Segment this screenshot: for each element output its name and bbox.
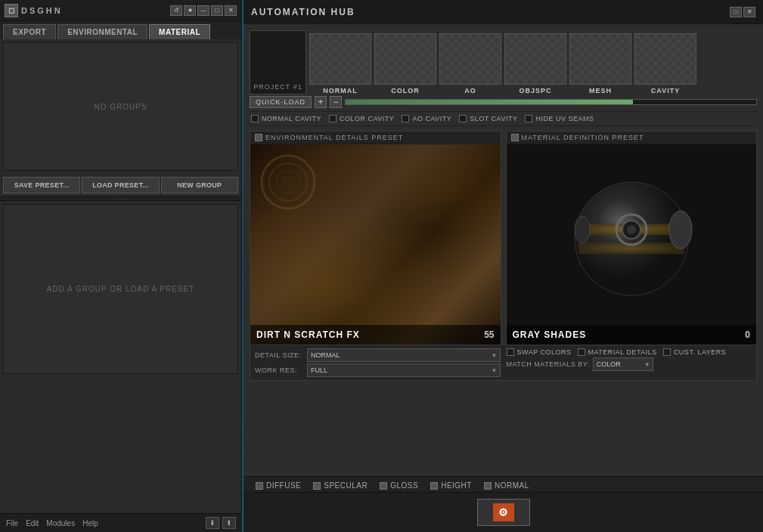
mat-preview-container[interactable]: GRAY SHADES 0	[507, 144, 757, 345]
ao-cavity-label: AO CAVITY	[412, 115, 451, 122]
mat-preview-number: 0	[745, 329, 750, 340]
upload-icon[interactable]: ⬆	[222, 517, 236, 529]
cust-layers-checkbox[interactable]	[663, 348, 671, 356]
env-panel: ENVIRONMENTAL DETAILS PRESET DIR	[250, 131, 501, 345]
color-cavity-label: COLOR CAVITY	[340, 115, 394, 122]
menu-modules[interactable]: Modules	[46, 519, 75, 527]
env-preview-footer: DIRT N SCRATCH FX 55	[250, 325, 501, 345]
mat-sphere-container	[571, 178, 692, 299]
mat-sphere-svg	[563, 171, 699, 307]
normal-checkbox[interactable]	[484, 482, 492, 490]
quickload-button[interactable]: QUICK-LOAD	[250, 96, 312, 108]
logo-button[interactable]: ⚙	[477, 499, 530, 526]
map-cavity[interactable]: CAVITY	[634, 33, 696, 94]
material-details-label: MATERIAL DETAILS	[588, 348, 657, 356]
mat-panel-checkbox[interactable]	[511, 134, 519, 141]
menu-edit[interactable]: Edit	[26, 519, 39, 527]
map-mesh[interactable]: MESH	[569, 33, 631, 94]
cust-layers-check[interactable]: CUST. LAYERS	[663, 348, 726, 356]
ao-cavity-check[interactable]: AO CAVITY	[402, 115, 451, 122]
tab-material[interactable]: MATERIAL	[149, 24, 210, 39]
normal-cavity-checkbox[interactable]	[251, 115, 259, 122]
normal-check[interactable]: NORMAL	[484, 481, 529, 490]
material-details-checkbox[interactable]	[578, 348, 585, 356]
specular-checkbox[interactable]	[313, 482, 321, 490]
env-preview-number: 55	[484, 329, 494, 340]
gloss-checkbox[interactable]	[380, 482, 387, 490]
rotate-icon[interactable]: ↺	[170, 5, 182, 16]
left-panel: ◻ D S G H N ↺ ★ — □ ✕ EXPORT ENVIRONMENT…	[0, 0, 242, 532]
map-color[interactable]: COLOR	[374, 33, 436, 94]
tab-export[interactable]: EXPORT	[3, 24, 56, 39]
work-res-select[interactable]: FULL HALF QUARTER	[307, 363, 501, 377]
detail-size-select-wrapper: NORMAL HIGH LOW ▼	[307, 348, 501, 362]
normal-cavity-label: NORMAL CAVITY	[262, 115, 321, 122]
slot-cavity-checkbox[interactable]	[459, 115, 467, 122]
match-select-wrapper: COLOR NAME ID ▼	[593, 357, 653, 371]
color-cavity-check[interactable]: COLOR CAVITY	[329, 115, 394, 122]
save-preset-button[interactable]: SAVE PRESET...	[3, 177, 80, 193]
quickload-row: QUICK-LOAD + −	[250, 96, 757, 108]
svg-point-9	[627, 225, 636, 234]
mat-preview-label: GRAY SHADES	[513, 329, 587, 340]
normal-channel-label: NORMAL	[495, 481, 529, 490]
swap-colors-check[interactable]: SWAP COLORS	[507, 348, 572, 356]
env-preview-container[interactable]: DIRT N SCRATCH FX 55	[250, 144, 501, 345]
swap-colors-label: SWAP COLORS	[517, 348, 572, 356]
normal-cavity-check[interactable]: NORMAL CAVITY	[251, 115, 321, 122]
main-maximize-button[interactable]: □	[730, 7, 742, 17]
map-objspc[interactable]: OBJSPC	[504, 33, 566, 94]
load-preset-button[interactable]: LOAD PRESET...	[82, 177, 159, 193]
detail-work-columns: DETAIL SIZE: NORMAL HIGH LOW ▼ WORK RES:	[255, 348, 752, 377]
quickload-remove-button[interactable]: −	[330, 96, 342, 108]
material-details-check[interactable]: MATERIAL DETAILS	[578, 348, 657, 356]
hide-uv-label: HIDE UV SEAMS	[535, 115, 594, 122]
maps-row: PROJECT #1 NORMAL COLOR AO	[250, 30, 757, 94]
specular-check[interactable]: SPECULAR	[313, 481, 368, 490]
star-icon[interactable]: ★	[184, 5, 196, 16]
menu-file[interactable]: File	[6, 519, 18, 527]
letter-h: H	[46, 6, 52, 15]
main-close-button[interactable]: ✕	[743, 7, 755, 17]
detail-size-select[interactable]: NORMAL HIGH LOW	[307, 348, 501, 362]
progress-bar-container	[345, 99, 757, 105]
project-label: PROJECT #1	[253, 83, 302, 91]
letter-n: N	[54, 6, 60, 15]
left-bottom-bar: File Edit Modules Help ⬇ ⬆	[0, 513, 242, 532]
height-check[interactable]: HEIGHT	[430, 481, 472, 490]
diffuse-checkbox[interactable]	[256, 482, 263, 490]
bottom-icons: ⬇ ⬆	[206, 517, 236, 529]
maximize-button[interactable]: □	[211, 5, 223, 16]
svg-point-3	[282, 176, 294, 188]
menu-help[interactable]: Help	[82, 519, 98, 527]
hide-uv-check[interactable]: HIDE UV SEAMS	[525, 115, 594, 122]
minimize-button[interactable]: —	[197, 5, 209, 16]
height-checkbox[interactable]	[430, 482, 438, 490]
slot-cavity-check[interactable]: SLOT CAVITY	[459, 115, 517, 122]
hide-uv-checkbox[interactable]	[525, 115, 532, 122]
env-panel-label: ENVIRONMENTAL DETAILS PRESET	[265, 134, 403, 141]
map-normal[interactable]: NORMAL	[309, 33, 371, 94]
tab-environmental[interactable]: ENVIRONMENTAL	[57, 24, 147, 39]
groups-section: NO GROUPS	[3, 42, 238, 171]
ao-cavity-checkbox[interactable]	[402, 115, 409, 122]
close-button[interactable]: ✕	[225, 5, 237, 16]
env-panel-header: ENVIRONMENTAL DETAILS PRESET	[250, 131, 501, 144]
download-icon[interactable]: ⬇	[206, 517, 219, 529]
letter-d: D	[21, 6, 27, 15]
letter-g: G	[37, 6, 44, 15]
swap-colors-checkbox[interactable]	[507, 348, 514, 356]
new-group-button[interactable]: NEW GROUP	[161, 177, 238, 193]
map-ao[interactable]: AO	[439, 33, 501, 94]
color-cavity-checkbox[interactable]	[329, 115, 337, 122]
gloss-check[interactable]: GLOSS	[380, 481, 418, 490]
quickload-add-button[interactable]: +	[315, 96, 327, 108]
match-label: MATCH MATERIALS BY:	[507, 360, 590, 368]
work-res-row: WORK RES: FULL HALF QUARTER ▼	[255, 363, 501, 377]
drag-handle[interactable]: · · · · ·	[0, 196, 241, 201]
main-title-bar: AUTOMATION HUB □ ✕	[243, 0, 763, 24]
match-select[interactable]: COLOR NAME ID	[593, 357, 653, 371]
diffuse-check[interactable]: DIFFUSE	[256, 481, 301, 490]
cavity-checks-row: NORMAL CAVITY COLOR CAVITY AO CAVITY SLO…	[250, 111, 757, 126]
env-panel-checkbox[interactable]	[255, 134, 262, 141]
